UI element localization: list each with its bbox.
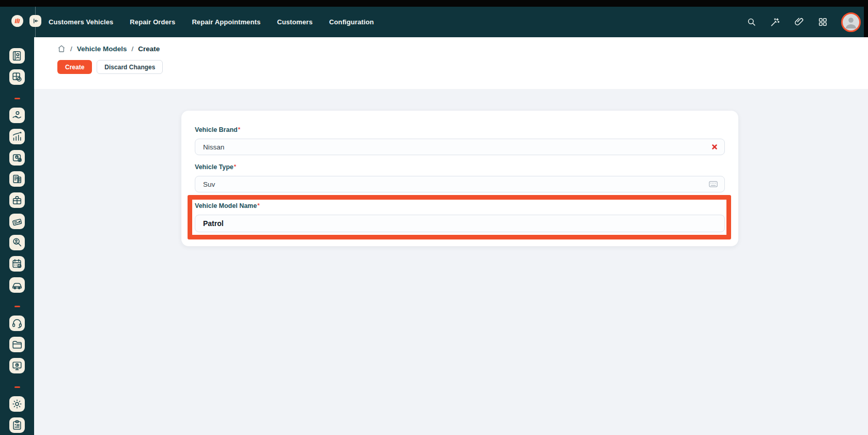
- purchase-bag-icon: [11, 194, 23, 206]
- vehicle-brand-label: Vehicle Brand*: [195, 126, 725, 134]
- breadcrumb-separator: /: [70, 45, 72, 53]
- order-clipboard-icon: [11, 173, 23, 185]
- vehicle-type-input[interactable]: Suv: [195, 176, 725, 192]
- sales-chart-icon: [11, 131, 23, 142]
- expenses-card-icon: [11, 216, 23, 227]
- vehicle-type-value: Suv: [203, 181, 215, 188]
- vehicle-brand-input[interactable]: Nissan: [195, 139, 725, 155]
- nav-item-customers-vehicles[interactable]: Customers Vehicles: [49, 18, 113, 26]
- scale-icon: [11, 152, 23, 163]
- topbar-right-icons: [746, 7, 861, 37]
- breadcrumb-separator: /: [132, 45, 134, 53]
- main-nav: Customers Vehicles Repair Orders Repair …: [49, 7, 374, 37]
- create-button[interactable]: Create: [57, 60, 92, 74]
- action-buttons: Create Discard Changes: [57, 60, 163, 74]
- vehicle-model-form-card: Vehicle Brand* Nissan Vehicle Type* Suv: [181, 111, 738, 246]
- sidebar-group-divider: [14, 306, 20, 307]
- sidebar-app-settings-gear-icon[interactable]: [9, 396, 25, 412]
- recruitment-search-icon: [11, 237, 23, 248]
- sidebar-app-scale-icon[interactable]: [9, 150, 25, 166]
- sidebar-app-accounting-grid-icon[interactable]: [9, 69, 25, 85]
- support-headset-icon: [11, 318, 23, 329]
- breadcrumb: / Vehicle Models / Create: [57, 44, 160, 53]
- window-corner-notch: [864, 0, 868, 37]
- nav-item-repair-appointments[interactable]: Repair Appointments: [192, 18, 260, 26]
- discard-changes-button[interactable]: Discard Changes: [97, 60, 163, 74]
- required-asterisk: *: [257, 202, 259, 208]
- sidebar-app-order-clipboard-icon[interactable]: [9, 171, 25, 187]
- app-sidebar: [0, 37, 34, 435]
- documents-folder-icon: [11, 339, 23, 350]
- nav-item-customers[interactable]: Customers: [277, 18, 313, 26]
- vehicle-model-name-label: Vehicle Model Name*: [195, 202, 725, 211]
- search-icon[interactable]: [746, 17, 756, 27]
- sidebar-app-calendar-icon[interactable]: [9, 256, 25, 272]
- sidebar-app-sales-chart-icon[interactable]: [9, 129, 25, 144]
- required-asterisk: *: [238, 126, 240, 132]
- sidebar-app-presentation-screen-icon[interactable]: [9, 358, 25, 373]
- report-clipboard-icon: [11, 419, 23, 431]
- clear-x-icon[interactable]: [711, 144, 718, 150]
- sidebar-app-purchase-bag-icon[interactable]: [9, 192, 25, 208]
- nav-item-configuration[interactable]: Configuration: [329, 18, 374, 26]
- brand-logo-icon: [13, 17, 22, 25]
- main-content: / Vehicle Models / Create Create Discard…: [34, 37, 868, 435]
- person-icon: [843, 13, 859, 31]
- window-top-strip: [0, 0, 868, 7]
- service-hand-icon: [11, 110, 23, 121]
- nav-item-repair-orders[interactable]: Repair Orders: [130, 18, 175, 26]
- breadcrumb-vehicle-models[interactable]: Vehicle Models: [77, 45, 127, 53]
- sidebar-app-service-hand-icon[interactable]: [9, 108, 25, 123]
- vehicle-model-name-value: Patrol: [203, 219, 224, 228]
- sidebar-app-recruitment-search-icon[interactable]: [9, 235, 25, 250]
- calendar-icon: [11, 258, 23, 269]
- accounting-grid-icon: [11, 71, 23, 83]
- brand-logo[interactable]: [11, 15, 23, 27]
- collapse-sidebar-icon: [32, 18, 39, 24]
- sidebar-app-report-clipboard-icon[interactable]: [9, 417, 25, 433]
- sidebar-app-vehicle-car-icon[interactable]: [9, 277, 25, 293]
- keyboard-icon[interactable]: [709, 181, 718, 187]
- required-asterisk: *: [234, 163, 236, 170]
- user-avatar[interactable]: [841, 12, 861, 32]
- apps-grid-icon[interactable]: [817, 17, 828, 27]
- vehicle-car-icon: [11, 279, 23, 291]
- presentation-screen-icon: [11, 360, 23, 371]
- sidebar-group-divider: [14, 386, 20, 388]
- sidebar-app-expenses-card-icon[interactable]: [9, 214, 25, 229]
- top-navbar: Customers Vehicles Repair Orders Repair …: [0, 7, 868, 37]
- magic-wand-icon[interactable]: [770, 17, 780, 27]
- app-window: Customers Vehicles Repair Orders Repair …: [0, 0, 868, 435]
- sidebar-app-contacts-book-icon[interactable]: [9, 48, 25, 64]
- breadcrumb-current: Create: [138, 45, 160, 53]
- contacts-book-icon: [11, 50, 23, 62]
- sidebar-group-divider: [14, 98, 20, 99]
- sidebar-app-support-headset-icon[interactable]: [9, 316, 25, 331]
- settings-gear-icon: [11, 398, 23, 410]
- vehicle-brand-value: Nissan: [203, 143, 224, 151]
- sidebar-app-documents-folder-icon[interactable]: [9, 337, 25, 352]
- collapse-sidebar-button[interactable]: [29, 15, 41, 27]
- vehicle-type-label: Vehicle Type*: [195, 163, 725, 172]
- vehicle-model-name-input[interactable]: Patrol: [195, 215, 725, 232]
- paperclip-icon[interactable]: [794, 17, 804, 27]
- home-icon[interactable]: [57, 44, 66, 53]
